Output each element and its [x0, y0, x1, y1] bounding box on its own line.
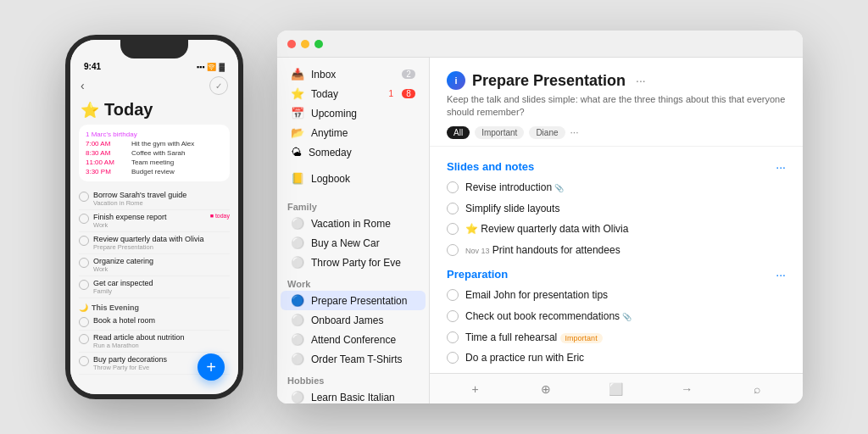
task-print-handouts[interactable]: Nov 13 Print handouts for attendees: [447, 240, 786, 261]
close-traffic-light[interactable]: [287, 40, 296, 48]
task-menu-dots[interactable]: ···: [636, 74, 646, 87]
task-car[interactable]: Get car inspected Family: [79, 276, 230, 298]
task-hotel[interactable]: Book a hotel room: [79, 314, 230, 331]
today-star-icon: ⭐: [291, 87, 304, 100]
task-checkbox[interactable]: [447, 223, 459, 235]
phone-mockup: 9:41 ▪▪▪ 🛜 ▓ ‹ ✓ ⭐ Today 1 Marc's birthd…: [65, 35, 243, 399]
task-checkbox[interactable]: [79, 236, 89, 246]
task-catering[interactable]: Organize catering Work: [79, 254, 230, 276]
sidebar-item-anytime[interactable]: 📂 Anytime: [281, 123, 426, 142]
mac-window: 📥 Inbox 2 ⭐ Today 1 8 📅 Upcoming 📂 Anyti…: [277, 31, 803, 403]
sidebar-item-presentation[interactable]: 🔵 Prepare Presentation: [281, 291, 426, 310]
task-checkbox[interactable]: [79, 258, 89, 268]
phone-task-list: Borrow Sarah's travel guide Vacation in …: [70, 188, 238, 298]
task-simplify[interactable]: Simplify slide layouts: [447, 198, 786, 220]
task-practice-run[interactable]: Do a practice run with Eric: [447, 348, 786, 369]
task-nutrition[interactable]: Read article about nutrition Run a Marat…: [79, 331, 230, 353]
add-task-fab[interactable]: +: [198, 353, 225, 381]
anytime-label: Anytime: [311, 127, 415, 139]
sidebar-item-inbox[interactable]: 📥 Inbox 2: [281, 64, 426, 84]
sidebar-item-conference[interactable]: ⚪ Attend Conference: [281, 330, 426, 349]
hobbies-header: Hobbies: [277, 369, 429, 387]
sidebar-item-logbook[interactable]: 📒 Logbook: [281, 169, 426, 188]
task-checkbox[interactable]: [79, 334, 89, 344]
upcoming-icon: 📅: [291, 107, 304, 120]
task-checkbox[interactable]: [447, 331, 459, 343]
add-checklist-button[interactable]: ⊕: [534, 377, 558, 401]
mac-content-area: 📥 Inbox 2 ⭐ Today 1 8 📅 Upcoming 📂 Anyti…: [277, 58, 803, 403]
sched-budget: 3:30 PM Budget review: [86, 167, 223, 176]
task-revise[interactable]: Revise introduction 📎: [447, 177, 786, 198]
party-label: Throw Party for Eve: [311, 257, 415, 269]
task-name: Borrow Sarah's travel guide: [93, 191, 230, 199]
family-header: Family: [277, 195, 429, 214]
task-checkbox[interactable]: [79, 214, 89, 224]
task-checkbox[interactable]: [79, 317, 89, 327]
inbox-label: Inbox: [311, 69, 395, 81]
sidebar-item-onboard[interactable]: ⚪ Onboard James: [281, 310, 426, 330]
task-text: ⭐ Review quarterly data with Olivia: [465, 222, 786, 236]
task-sub: Work: [93, 221, 206, 229]
scene: 9:41 ▪▪▪ 🛜 ▓ ‹ ✓ ⭐ Today 1 Marc's birthd…: [0, 0, 868, 434]
today-badge-1: 1: [388, 89, 393, 98]
preparation-section-dots[interactable]: ···: [776, 268, 786, 281]
task-checkbox[interactable]: [447, 289, 459, 301]
car-label: Buy a New Car: [311, 237, 415, 249]
tag-all[interactable]: All: [447, 126, 470, 139]
task-borrow[interactable]: Borrow Sarah's travel guide Vacation in …: [79, 188, 230, 210]
task-expense[interactable]: Finish expense report Work ■ today: [79, 210, 230, 232]
vacation-label: Vacation in Rome: [311, 218, 415, 230]
task-checkbox[interactable]: [79, 192, 89, 202]
someday-icon: 🌤: [291, 146, 302, 159]
task-name: Organize catering: [93, 257, 230, 265]
phone-today-title-row: ⭐ Today: [70, 98, 238, 125]
inbox-icon: 📥: [291, 68, 304, 81]
sidebar-item-car[interactable]: ⚪ Buy a New Car: [281, 233, 426, 253]
task-checkbox[interactable]: [447, 310, 459, 322]
today-label: Today: [311, 88, 381, 100]
task-review-quarterly[interactable]: ⭐ Review quarterly data with Olivia: [447, 219, 786, 240]
tag-more-dots[interactable]: ···: [570, 126, 579, 138]
task-checkbox[interactable]: [79, 280, 89, 290]
sched-time-1: 1 Marc's birthday: [86, 131, 137, 138]
tag-important[interactable]: Important: [475, 126, 524, 139]
sidebar-item-today[interactable]: ⭐ Today 1 8: [281, 84, 426, 103]
task-checkbox[interactable]: [447, 244, 459, 256]
search-button[interactable]: ⌕: [745, 377, 769, 401]
task-text: Revise introduction 📎: [465, 181, 786, 195]
task-checkbox[interactable]: [447, 181, 459, 193]
sidebar-item-upcoming[interactable]: 📅 Upcoming: [281, 103, 426, 123]
minimize-traffic-light[interactable]: [301, 40, 309, 48]
task-content: Borrow Sarah's travel guide Vacation in …: [93, 191, 230, 207]
mac-titlebar: [277, 31, 803, 58]
sched-coffee: 8:30 AM Coffee with Sarah: [86, 148, 223, 158]
sidebar-item-someday[interactable]: 🌤 Someday: [281, 142, 426, 162]
task-rehearsal[interactable]: Time a full rehearsal Important: [447, 327, 786, 348]
preparation-section-header-row: Preparation ···: [447, 261, 786, 285]
maximize-traffic-light[interactable]: [314, 40, 323, 48]
move-button[interactable]: →: [675, 377, 698, 401]
sidebar-item-tshirts[interactable]: ⚪ Order Team T-Shirts: [281, 349, 426, 369]
slides-section-dots[interactable]: ···: [776, 160, 786, 174]
sidebar-item-vacation[interactable]: ⚪ Vacation in Rome: [281, 214, 426, 233]
task-book-recommendations[interactable]: Check out book recommendations 📎: [447, 306, 786, 327]
task-email-john[interactable]: Email John for presentation tips: [447, 285, 786, 306]
phone-notch: [120, 40, 188, 58]
sidebar-item-party[interactable]: ⚪ Throw Party for Eve: [281, 253, 426, 272]
task-review[interactable]: Review quarterly data with Olivia Prepar…: [79, 232, 230, 254]
task-checkbox[interactable]: [447, 352, 459, 364]
logbook-icon: 📒: [291, 172, 304, 185]
task-checkbox[interactable]: [79, 356, 89, 366]
task-title-row: i Prepare Presentation ···: [447, 71, 786, 90]
mac-sidebar: 📥 Inbox 2 ⭐ Today 1 8 📅 Upcoming 📂 Anyti…: [277, 58, 430, 403]
add-task-button[interactable]: +: [464, 377, 487, 401]
tag-diane[interactable]: Diane: [529, 126, 565, 139]
task-checkbox[interactable]: [447, 203, 459, 214]
mac-main-footer: + ⊕ ⬜ → ⌕: [430, 373, 803, 403]
sidebar-item-italian[interactable]: ⚪ Learn Basic Italian: [281, 387, 426, 403]
task-sub: Prepare Presentation: [93, 243, 230, 251]
check-circle-icon[interactable]: ✓: [209, 76, 228, 95]
schedule-button[interactable]: ⬜: [604, 377, 628, 401]
task-text: Time a full rehearsal Important: [465, 331, 786, 345]
back-arrow-icon[interactable]: ‹: [81, 79, 85, 92]
